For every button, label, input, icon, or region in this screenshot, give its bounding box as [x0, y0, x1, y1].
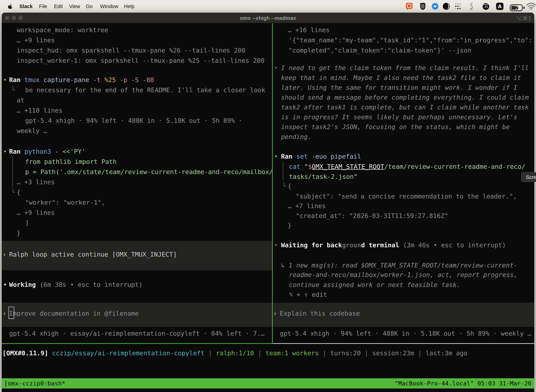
menu-bar: SlackFileEditViewGoWindowHelp ..61A [0, 0, 536, 13]
window-title: omx --xhigh --madmax [2, 13, 534, 23]
term-line: p = Path('.omx/state/team/review-current… [25, 168, 273, 176]
term-line: Working (6m 38s • esc to interrupt) [9, 280, 143, 289]
dots-grid-icon[interactable] [454, 2, 462, 10]
term-line: • [274, 152, 278, 161]
term-line: … +110 lines [17, 106, 62, 115]
term-line: └ [282, 182, 286, 191]
a-square-icon[interactable]: A [496, 2, 504, 10]
tool-output-connector [12, 157, 13, 187]
menu-item-view[interactable]: View [69, 0, 80, 13]
term-line: is in progress? It seems likely but perh… [281, 113, 517, 121]
term-line: workspace_mode: worktree [17, 26, 108, 34]
term-line: keep that in mind. Maybe I also need the… [281, 73, 521, 82]
term-line: gpt-5.4 xhigh · 94% left · 488K in · 5.1… [280, 329, 531, 338]
pane-border-inactive [273, 343, 534, 344]
tmux-status-bar: [omx-cczip0:bash* "MacBook-Pro-44.local"… [2, 378, 534, 388]
term-line: • [274, 64, 278, 72]
screen-tooltip[interactable]: Scre [521, 172, 536, 182]
term-line: gpt-5.4 xhigh · 94% left · 488K in · 5.1… [25, 116, 242, 125]
term-line: pending. [281, 132, 311, 141]
apple-icon[interactable] [8, 4, 13, 9]
term-line: inspect_hud: omx sparkshell --tmux-pane … [17, 46, 245, 55]
term-line: Ran tmux capture-pane -t %25 -p -S -80 [9, 75, 154, 84]
term-line: ↳ 1 new msg(s): read $OMX_TEAM_STATE_ROO… [281, 261, 517, 270]
term-line: Waiting for background terminal (3m 46s … [281, 241, 506, 250]
term-line: … +3 lines [17, 178, 55, 187]
term-line: … +7 lines [288, 202, 326, 210]
svg-text:A: A [498, 4, 502, 9]
menu-item-go[interactable]: Go [86, 0, 93, 13]
tool-output-connector [283, 161, 283, 181]
term-line: later. Using the same for transition mig… [281, 83, 517, 92]
term-line: from pathlib import Path [25, 157, 117, 166]
term-line: I need to get the claim token from the c… [281, 64, 529, 72]
term-line: Improve documentation in @filename [9, 309, 139, 318]
term-line: inspect_worker-1: omx sparkshell --tmux-… [17, 56, 264, 65]
term-line: … +9 lines [17, 36, 55, 45]
term-line: Explain this codebase [280, 309, 360, 318]
term-line: "created_at": "2026-03-31T11:59:27.816Z" [296, 211, 448, 220]
term-line: Ran python3 - <<'PY' [9, 147, 86, 156]
term-line: tasks/task-2.json" [289, 172, 358, 181]
menu-item-edit[interactable]: Edit [54, 0, 63, 13]
term-line: • [3, 147, 7, 156]
squiggle-icon[interactable] [469, 2, 474, 10]
term-line: "completed","claim_token":"claim-token"}… [288, 46, 471, 55]
badge-61-icon[interactable]: ..61 [482, 2, 490, 10]
term-line: Ralph loop active continue [OMX_TMUX_INJ… [9, 250, 177, 259]
shield-grid-icon[interactable] [419, 2, 426, 10]
menu-item-slack[interactable]: Slack [19, 0, 33, 13]
pane-divider[interactable] [272, 23, 273, 344]
tmux-session-label: [omx-cczip0:bash* [4, 378, 65, 388]
term-line: "worker": "worker-1", [25, 198, 105, 207]
menu-item-window[interactable]: Window [100, 0, 118, 13]
battery-icon[interactable] [510, 4, 520, 12]
term-line: be necessary for the end of the README. … [25, 86, 265, 94]
moon-crescent-icon[interactable] [442, 2, 450, 10]
svg-text:..61: ..61 [483, 5, 488, 9]
term-line: • [274, 241, 278, 250]
term-line: › [2, 309, 6, 318]
term-line: "subject": "send a concise recommendatio… [296, 192, 517, 201]
menu-item-help[interactable]: Help [124, 0, 134, 13]
term-line: weekly … [17, 126, 47, 135]
term-line: • [3, 75, 7, 84]
term-line: › [273, 309, 277, 318]
tmux-host-clock: "MacBook-Pro-44.local" 05:03 31-Mar-26 [395, 378, 531, 388]
term-line: cat "$OMX_TEAM_STATE_ROOT/team/review-cu… [289, 162, 525, 171]
chat-app-icon[interactable] [406, 2, 413, 10]
term-line: { [288, 182, 292, 191]
term-line: ] [25, 219, 29, 227]
pane-border-active [2, 343, 272, 344]
term-line: › [2, 250, 6, 259]
term-line: Ran set -euo pipefail [281, 152, 361, 161]
term-line: at [17, 96, 24, 105]
text-cursor [9, 307, 14, 319]
window-shortcut-badge: ⌥⌘1 [516, 13, 531, 23]
term-line: … +9 lines [17, 208, 55, 217]
term-line: └ [11, 188, 15, 197]
term-line: { [17, 188, 21, 197]
term-line: } [17, 229, 21, 238]
term-line: inspect task2's JSON, focusing on the st… [281, 123, 510, 131]
term-line: ⌥ + ↑ edit [289, 290, 327, 299]
term-line: continue assigned work or next feasible … [289, 280, 460, 289]
term-line: • [3, 280, 7, 289]
messenger-bolt-icon[interactable] [431, 2, 439, 10]
term-line: task2 after task1 is complete, but can I… [281, 103, 529, 112]
menu-item-file[interactable]: File [39, 0, 47, 13]
term-line: [OMX#0.11.9] cczip/essay/ai-reimplementa… [2, 349, 467, 358]
term-line: } [288, 221, 292, 230]
term-line: └ [11, 86, 15, 94]
term-line: gpt-5.4 xhigh · essay/ai-reimplementatio… [9, 329, 264, 338]
term-line: … +16 lines [288, 26, 330, 34]
term-line: '{"team_name":"my-team","task_id":"1","f… [288, 36, 532, 45]
wifi-icon[interactable] [526, 2, 534, 10]
term-line: should send a message before completing … [281, 93, 529, 102]
term-line: readme-and-reco/mailbox/worker-1.json, a… [289, 271, 517, 279]
